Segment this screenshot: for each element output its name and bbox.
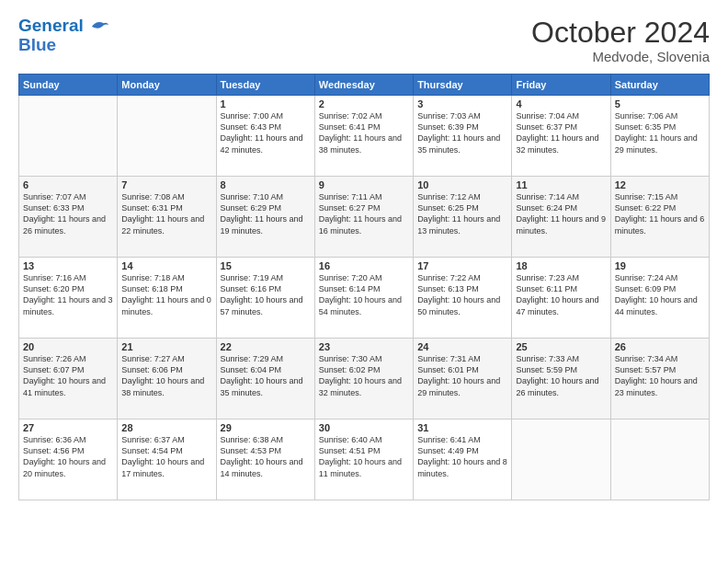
- weekday-header: Wednesday: [314, 75, 413, 96]
- day-number: 3: [417, 98, 507, 109]
- cell-content: Sunrise: 7:23 AM Sunset: 6:11 PM Dayligh…: [516, 272, 606, 317]
- cell-content: Sunrise: 7:14 AM Sunset: 6:24 PM Dayligh…: [516, 191, 606, 236]
- cell-content: Sunrise: 7:22 AM Sunset: 6:13 PM Dayligh…: [417, 272, 507, 317]
- cell-content: Sunrise: 6:36 AM Sunset: 4:56 PM Dayligh…: [23, 434, 113, 479]
- day-number: 25: [516, 341, 606, 352]
- cell-content: Sunrise: 7:04 AM Sunset: 6:37 PM Dayligh…: [516, 110, 606, 155]
- month-title: October 2024: [531, 17, 710, 49]
- calendar-cell: [19, 96, 118, 177]
- calendar-cell: [512, 419, 610, 500]
- cell-content: Sunrise: 7:06 AM Sunset: 6:35 PM Dayligh…: [615, 110, 705, 155]
- cell-content: Sunrise: 7:10 AM Sunset: 6:29 PM Dayligh…: [221, 191, 311, 236]
- calendar-cell: 14Sunrise: 7:18 AM Sunset: 6:18 PM Dayli…: [118, 258, 216, 339]
- cell-content: Sunrise: 7:12 AM Sunset: 6:25 PM Dayligh…: [417, 191, 507, 236]
- day-number: 12: [615, 179, 705, 190]
- day-number: 2: [319, 98, 409, 109]
- calendar-cell: 24Sunrise: 7:31 AM Sunset: 6:01 PM Dayli…: [414, 339, 512, 419]
- calendar-cell: 27Sunrise: 6:36 AM Sunset: 4:56 PM Dayli…: [19, 419, 118, 500]
- calendar-cell: 31Sunrise: 6:41 AM Sunset: 4:49 PM Dayli…: [414, 419, 512, 500]
- day-number: 4: [516, 98, 606, 109]
- calendar-cell: 15Sunrise: 7:19 AM Sunset: 6:16 PM Dayli…: [216, 258, 314, 339]
- cell-content: Sunrise: 7:19 AM Sunset: 6:16 PM Dayligh…: [221, 272, 311, 317]
- calendar-cell: 20Sunrise: 7:26 AM Sunset: 6:07 PM Dayli…: [19, 339, 118, 419]
- day-number: 21: [121, 341, 211, 352]
- day-number: 29: [221, 422, 311, 433]
- day-number: 24: [417, 341, 507, 352]
- calendar-cell: 1Sunrise: 7:00 AM Sunset: 6:43 PM Daylig…: [216, 96, 314, 177]
- day-number: 16: [319, 260, 409, 271]
- calendar-week-row: 20Sunrise: 7:26 AM Sunset: 6:07 PM Dayli…: [19, 339, 710, 419]
- page-header: General Blue October 2024 Medvode, Slove…: [18, 17, 710, 64]
- cell-content: Sunrise: 7:03 AM Sunset: 6:39 PM Dayligh…: [417, 110, 507, 155]
- day-number: 28: [121, 422, 211, 433]
- day-number: 30: [319, 422, 409, 433]
- day-number: 18: [516, 260, 606, 271]
- day-number: 14: [121, 260, 211, 271]
- day-number: 20: [23, 341, 113, 352]
- calendar-table: SundayMondayTuesdayWednesdayThursdayFrid…: [18, 74, 710, 500]
- cell-content: Sunrise: 7:33 AM Sunset: 5:59 PM Dayligh…: [516, 353, 606, 398]
- calendar-cell: 2Sunrise: 7:02 AM Sunset: 6:41 PM Daylig…: [314, 96, 413, 177]
- cell-content: Sunrise: 7:15 AM Sunset: 6:22 PM Dayligh…: [615, 191, 705, 236]
- day-number: 1: [221, 98, 311, 109]
- calendar-week-row: 13Sunrise: 7:16 AM Sunset: 6:20 PM Dayli…: [19, 258, 710, 339]
- title-block: October 2024 Medvode, Slovenia: [531, 17, 710, 64]
- calendar-cell: 12Sunrise: 7:15 AM Sunset: 6:22 PM Dayli…: [610, 177, 709, 258]
- cell-content: Sunrise: 7:34 AM Sunset: 5:57 PM Dayligh…: [615, 353, 705, 398]
- cell-content: Sunrise: 6:37 AM Sunset: 4:54 PM Dayligh…: [121, 434, 211, 479]
- calendar-cell: 23Sunrise: 7:30 AM Sunset: 6:02 PM Dayli…: [314, 339, 413, 419]
- calendar-cell: 21Sunrise: 7:27 AM Sunset: 6:06 PM Dayli…: [118, 339, 216, 419]
- calendar-cell: 25Sunrise: 7:33 AM Sunset: 5:59 PM Dayli…: [512, 339, 610, 419]
- cell-content: Sunrise: 7:24 AM Sunset: 6:09 PM Dayligh…: [615, 272, 705, 317]
- calendar-cell: 16Sunrise: 7:20 AM Sunset: 6:14 PM Dayli…: [314, 258, 413, 339]
- calendar-cell: 8Sunrise: 7:10 AM Sunset: 6:29 PM Daylig…: [216, 177, 314, 258]
- day-number: 6: [23, 179, 113, 190]
- weekday-header: Tuesday: [216, 75, 314, 96]
- day-number: 26: [615, 341, 705, 352]
- cell-content: Sunrise: 6:41 AM Sunset: 4:49 PM Dayligh…: [417, 434, 507, 479]
- calendar-cell: 10Sunrise: 7:12 AM Sunset: 6:25 PM Dayli…: [414, 177, 512, 258]
- cell-content: Sunrise: 7:27 AM Sunset: 6:06 PM Dayligh…: [121, 353, 211, 398]
- day-number: 15: [221, 260, 311, 271]
- calendar-week-row: 1Sunrise: 7:00 AM Sunset: 6:43 PM Daylig…: [19, 96, 710, 177]
- logo-text: General: [18, 17, 110, 37]
- cell-content: Sunrise: 7:00 AM Sunset: 6:43 PM Dayligh…: [221, 110, 311, 155]
- calendar-cell: [610, 419, 709, 500]
- day-number: 13: [23, 260, 113, 271]
- day-number: 19: [615, 260, 705, 271]
- day-number: 23: [319, 341, 409, 352]
- day-number: 9: [319, 179, 409, 190]
- calendar-cell: 17Sunrise: 7:22 AM Sunset: 6:13 PM Dayli…: [414, 258, 512, 339]
- calendar-cell: 22Sunrise: 7:29 AM Sunset: 6:04 PM Dayli…: [216, 339, 314, 419]
- weekday-header-row: SundayMondayTuesdayWednesdayThursdayFrid…: [19, 75, 710, 96]
- logo-line2: Blue: [18, 35, 110, 55]
- weekday-header: Saturday: [610, 75, 709, 96]
- day-number: 7: [121, 179, 211, 190]
- logo: General Blue: [18, 17, 110, 55]
- cell-content: Sunrise: 7:11 AM Sunset: 6:27 PM Dayligh…: [319, 191, 409, 236]
- cell-content: Sunrise: 7:16 AM Sunset: 6:20 PM Dayligh…: [23, 272, 113, 317]
- cell-content: Sunrise: 7:02 AM Sunset: 6:41 PM Dayligh…: [319, 110, 409, 155]
- day-number: 17: [417, 260, 507, 271]
- day-number: 11: [516, 179, 606, 190]
- calendar-cell: 6Sunrise: 7:07 AM Sunset: 6:33 PM Daylig…: [19, 177, 118, 258]
- cell-content: Sunrise: 7:20 AM Sunset: 6:14 PM Dayligh…: [319, 272, 409, 317]
- calendar-cell: 11Sunrise: 7:14 AM Sunset: 6:24 PM Dayli…: [512, 177, 610, 258]
- calendar-cell: [118, 96, 216, 177]
- calendar-cell: 13Sunrise: 7:16 AM Sunset: 6:20 PM Dayli…: [19, 258, 118, 339]
- calendar-cell: 18Sunrise: 7:23 AM Sunset: 6:11 PM Dayli…: [512, 258, 610, 339]
- day-number: 5: [615, 98, 705, 109]
- calendar-cell: 19Sunrise: 7:24 AM Sunset: 6:09 PM Dayli…: [610, 258, 709, 339]
- calendar-cell: 29Sunrise: 6:38 AM Sunset: 4:53 PM Dayli…: [216, 419, 314, 500]
- day-number: 8: [221, 179, 311, 190]
- cell-content: Sunrise: 6:38 AM Sunset: 4:53 PM Dayligh…: [221, 434, 311, 479]
- calendar-cell: 30Sunrise: 6:40 AM Sunset: 4:51 PM Dayli…: [314, 419, 413, 500]
- cell-content: Sunrise: 7:26 AM Sunset: 6:07 PM Dayligh…: [23, 353, 113, 398]
- calendar-cell: 9Sunrise: 7:11 AM Sunset: 6:27 PM Daylig…: [314, 177, 413, 258]
- day-number: 22: [221, 341, 311, 352]
- cell-content: Sunrise: 7:18 AM Sunset: 6:18 PM Dayligh…: [121, 272, 211, 317]
- calendar-cell: 26Sunrise: 7:34 AM Sunset: 5:57 PM Dayli…: [610, 339, 709, 419]
- weekday-header: Sunday: [19, 75, 118, 96]
- day-number: 27: [23, 422, 113, 433]
- cell-content: Sunrise: 7:07 AM Sunset: 6:33 PM Dayligh…: [23, 191, 113, 236]
